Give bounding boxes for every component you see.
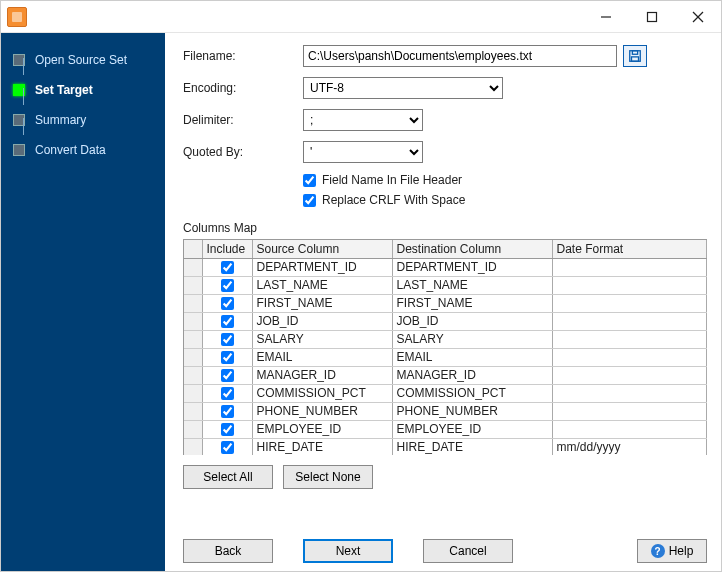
source-column-cell[interactable]: LAST_NAME [252, 276, 392, 294]
maximize-button[interactable] [629, 2, 675, 32]
step-link[interactable]: Open Source Set [35, 53, 127, 67]
destination-column-cell[interactable]: MANAGER_ID [392, 366, 552, 384]
date-format-cell[interactable]: mm/dd/yyyy [552, 438, 707, 455]
include-checkbox[interactable] [221, 279, 234, 292]
include-checkbox[interactable] [221, 315, 234, 328]
source-column-cell[interactable]: JOB_ID [252, 312, 392, 330]
col-datefmt-header[interactable]: Date Format [552, 240, 707, 258]
source-column-cell[interactable]: DEPARTMENT_ID [252, 258, 392, 276]
cancel-button[interactable]: Cancel [423, 539, 513, 563]
date-format-cell[interactable] [552, 384, 707, 402]
row-header[interactable] [184, 366, 202, 384]
table-row[interactable]: EMAILEMAIL [184, 348, 707, 366]
include-checkbox[interactable] [221, 423, 234, 436]
source-column-cell[interactable]: MANAGER_ID [252, 366, 392, 384]
columns-map-grid[interactable]: Include Source Column Destination Column… [183, 239, 707, 455]
replace-crlf-checkbox[interactable] [303, 194, 316, 207]
columns-map-label: Columns Map [183, 221, 707, 235]
svg-rect-1 [648, 12, 657, 21]
row-header[interactable] [184, 420, 202, 438]
include-checkbox[interactable] [221, 387, 234, 400]
step-link[interactable]: Set Target [35, 83, 93, 97]
row-header[interactable] [184, 276, 202, 294]
date-format-cell[interactable] [552, 276, 707, 294]
destination-column-cell[interactable]: JOB_ID [392, 312, 552, 330]
destination-column-cell[interactable]: PHONE_NUMBER [392, 402, 552, 420]
next-button[interactable]: Next [303, 539, 393, 563]
source-column-cell[interactable]: EMAIL [252, 348, 392, 366]
row-header[interactable] [184, 258, 202, 276]
table-row[interactable]: JOB_IDJOB_ID [184, 312, 707, 330]
source-column-cell[interactable]: SALARY [252, 330, 392, 348]
table-row[interactable]: LAST_NAMELAST_NAME [184, 276, 707, 294]
destination-column-cell[interactable]: EMAIL [392, 348, 552, 366]
date-format-cell[interactable] [552, 312, 707, 330]
row-header[interactable] [184, 402, 202, 420]
destination-column-cell[interactable]: LAST_NAME [392, 276, 552, 294]
step-link[interactable]: Summary [35, 113, 86, 127]
include-checkbox[interactable] [221, 261, 234, 274]
field-name-header-checkbox[interactable] [303, 174, 316, 187]
row-header[interactable] [184, 384, 202, 402]
wizard-step[interactable]: Open Source Set [1, 45, 165, 75]
delimiter-select[interactable]: ; [303, 109, 423, 131]
destination-column-cell[interactable]: DEPARTMENT_ID [392, 258, 552, 276]
destination-column-cell[interactable]: HIRE_DATE [392, 438, 552, 455]
svg-rect-5 [632, 51, 637, 55]
row-header[interactable] [184, 330, 202, 348]
close-button[interactable] [675, 2, 721, 32]
back-button[interactable]: Back [183, 539, 273, 563]
wizard-step[interactable]: Summary [1, 105, 165, 135]
include-checkbox[interactable] [221, 333, 234, 346]
include-checkbox[interactable] [221, 441, 234, 454]
date-format-cell[interactable] [552, 402, 707, 420]
source-column-cell[interactable]: FIRST_NAME [252, 294, 392, 312]
table-row[interactable]: HIRE_DATEHIRE_DATEmm/dd/yyyy [184, 438, 707, 455]
destination-column-cell[interactable]: FIRST_NAME [392, 294, 552, 312]
browse-button[interactable] [623, 45, 647, 67]
select-all-button[interactable]: Select All [183, 465, 273, 489]
row-header[interactable] [184, 294, 202, 312]
include-checkbox[interactable] [221, 369, 234, 382]
destination-column-cell[interactable]: SALARY [392, 330, 552, 348]
encoding-select[interactable]: UTF-8 [303, 77, 503, 99]
date-format-cell[interactable] [552, 330, 707, 348]
col-source-header[interactable]: Source Column [252, 240, 392, 258]
col-include-header[interactable]: Include [202, 240, 252, 258]
destination-column-cell[interactable]: COMMISSION_PCT [392, 384, 552, 402]
include-checkbox[interactable] [221, 297, 234, 310]
quoted-by-select[interactable]: ' [303, 141, 423, 163]
help-button[interactable]: ? Help [637, 539, 707, 563]
grid-corner [184, 240, 202, 258]
filename-input[interactable] [303, 45, 617, 67]
date-format-cell[interactable] [552, 366, 707, 384]
source-column-cell[interactable]: COMMISSION_PCT [252, 384, 392, 402]
minimize-button[interactable] [583, 2, 629, 32]
table-row[interactable]: SALARYSALARY [184, 330, 707, 348]
destination-column-cell[interactable]: EMPLOYEE_ID [392, 420, 552, 438]
include-checkbox[interactable] [221, 405, 234, 418]
delimiter-label: Delimiter: [183, 113, 303, 127]
row-header[interactable] [184, 438, 202, 455]
wizard-step[interactable]: Convert Data [1, 135, 165, 165]
date-format-cell[interactable] [552, 420, 707, 438]
table-row[interactable]: FIRST_NAMEFIRST_NAME [184, 294, 707, 312]
source-column-cell[interactable]: EMPLOYEE_ID [252, 420, 392, 438]
date-format-cell[interactable] [552, 348, 707, 366]
table-row[interactable]: EMPLOYEE_IDEMPLOYEE_ID [184, 420, 707, 438]
table-row[interactable]: DEPARTMENT_IDDEPARTMENT_ID [184, 258, 707, 276]
col-dest-header[interactable]: Destination Column [392, 240, 552, 258]
row-header[interactable] [184, 312, 202, 330]
table-row[interactable]: MANAGER_IDMANAGER_ID [184, 366, 707, 384]
source-column-cell[interactable]: HIRE_DATE [252, 438, 392, 455]
table-row[interactable]: PHONE_NUMBERPHONE_NUMBER [184, 402, 707, 420]
date-format-cell[interactable] [552, 258, 707, 276]
table-row[interactable]: COMMISSION_PCTCOMMISSION_PCT [184, 384, 707, 402]
row-header[interactable] [184, 348, 202, 366]
select-none-button[interactable]: Select None [283, 465, 373, 489]
date-format-cell[interactable] [552, 294, 707, 312]
include-checkbox[interactable] [221, 351, 234, 364]
step-link[interactable]: Convert Data [35, 143, 106, 157]
wizard-step[interactable]: Set Target [1, 75, 165, 105]
source-column-cell[interactable]: PHONE_NUMBER [252, 402, 392, 420]
